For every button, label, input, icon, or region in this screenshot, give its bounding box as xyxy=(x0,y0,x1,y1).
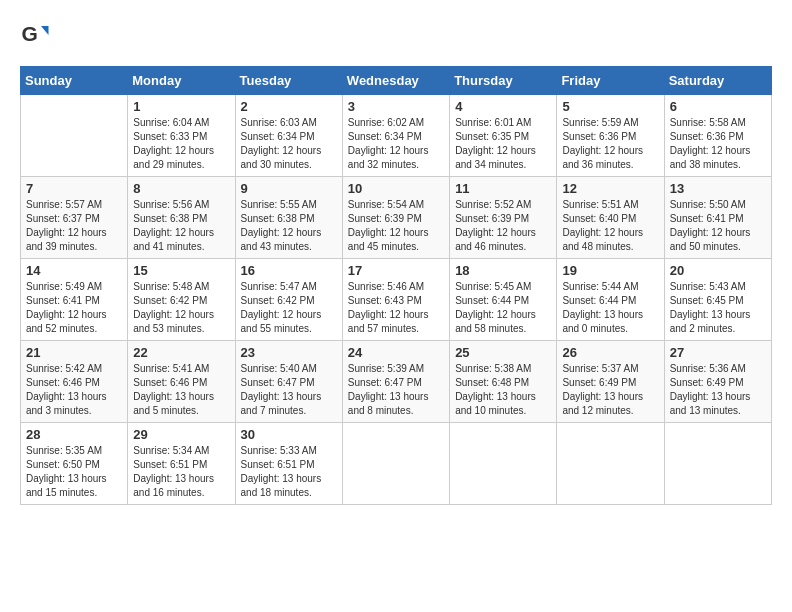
day-number: 9 xyxy=(241,181,337,196)
day-info: Sunrise: 5:50 AM Sunset: 6:41 PM Dayligh… xyxy=(670,198,766,254)
calendar-week-row: 1Sunrise: 6:04 AM Sunset: 6:33 PM Daylig… xyxy=(21,95,772,177)
day-number: 16 xyxy=(241,263,337,278)
day-number: 10 xyxy=(348,181,444,196)
header: G xyxy=(20,20,772,50)
day-number: 29 xyxy=(133,427,229,442)
column-header-monday: Monday xyxy=(128,67,235,95)
calendar-cell: 28Sunrise: 5:35 AM Sunset: 6:50 PM Dayli… xyxy=(21,423,128,505)
day-info: Sunrise: 5:52 AM Sunset: 6:39 PM Dayligh… xyxy=(455,198,551,254)
logo-icon: G xyxy=(20,20,50,50)
logo: G xyxy=(20,20,52,50)
calendar-cell xyxy=(557,423,664,505)
calendar-cell: 30Sunrise: 5:33 AM Sunset: 6:51 PM Dayli… xyxy=(235,423,342,505)
calendar-cell: 16Sunrise: 5:47 AM Sunset: 6:42 PM Dayli… xyxy=(235,259,342,341)
calendar-header-row: SundayMondayTuesdayWednesdayThursdayFrid… xyxy=(21,67,772,95)
calendar-cell: 21Sunrise: 5:42 AM Sunset: 6:46 PM Dayli… xyxy=(21,341,128,423)
calendar-cell: 1Sunrise: 6:04 AM Sunset: 6:33 PM Daylig… xyxy=(128,95,235,177)
day-info: Sunrise: 5:46 AM Sunset: 6:43 PM Dayligh… xyxy=(348,280,444,336)
calendar-cell: 17Sunrise: 5:46 AM Sunset: 6:43 PM Dayli… xyxy=(342,259,449,341)
calendar-cell: 3Sunrise: 6:02 AM Sunset: 6:34 PM Daylig… xyxy=(342,95,449,177)
calendar-cell: 9Sunrise: 5:55 AM Sunset: 6:38 PM Daylig… xyxy=(235,177,342,259)
day-number: 15 xyxy=(133,263,229,278)
calendar-cell: 18Sunrise: 5:45 AM Sunset: 6:44 PM Dayli… xyxy=(450,259,557,341)
day-number: 25 xyxy=(455,345,551,360)
calendar-cell: 11Sunrise: 5:52 AM Sunset: 6:39 PM Dayli… xyxy=(450,177,557,259)
day-number: 1 xyxy=(133,99,229,114)
calendar-cell: 15Sunrise: 5:48 AM Sunset: 6:42 PM Dayli… xyxy=(128,259,235,341)
day-number: 18 xyxy=(455,263,551,278)
day-info: Sunrise: 5:36 AM Sunset: 6:49 PM Dayligh… xyxy=(670,362,766,418)
day-info: Sunrise: 5:55 AM Sunset: 6:38 PM Dayligh… xyxy=(241,198,337,254)
calendar-cell: 7Sunrise: 5:57 AM Sunset: 6:37 PM Daylig… xyxy=(21,177,128,259)
calendar-week-row: 21Sunrise: 5:42 AM Sunset: 6:46 PM Dayli… xyxy=(21,341,772,423)
day-number: 28 xyxy=(26,427,122,442)
day-number: 6 xyxy=(670,99,766,114)
calendar-cell: 8Sunrise: 5:56 AM Sunset: 6:38 PM Daylig… xyxy=(128,177,235,259)
day-number: 22 xyxy=(133,345,229,360)
day-number: 30 xyxy=(241,427,337,442)
calendar-cell: 12Sunrise: 5:51 AM Sunset: 6:40 PM Dayli… xyxy=(557,177,664,259)
calendar-cell xyxy=(21,95,128,177)
calendar-cell: 14Sunrise: 5:49 AM Sunset: 6:41 PM Dayli… xyxy=(21,259,128,341)
day-number: 20 xyxy=(670,263,766,278)
day-info: Sunrise: 5:40 AM Sunset: 6:47 PM Dayligh… xyxy=(241,362,337,418)
day-number: 17 xyxy=(348,263,444,278)
day-info: Sunrise: 5:54 AM Sunset: 6:39 PM Dayligh… xyxy=(348,198,444,254)
calendar-cell: 22Sunrise: 5:41 AM Sunset: 6:46 PM Dayli… xyxy=(128,341,235,423)
day-number: 11 xyxy=(455,181,551,196)
day-info: Sunrise: 5:34 AM Sunset: 6:51 PM Dayligh… xyxy=(133,444,229,500)
calendar-cell xyxy=(450,423,557,505)
calendar-cell: 13Sunrise: 5:50 AM Sunset: 6:41 PM Dayli… xyxy=(664,177,771,259)
day-info: Sunrise: 6:03 AM Sunset: 6:34 PM Dayligh… xyxy=(241,116,337,172)
calendar-cell: 6Sunrise: 5:58 AM Sunset: 6:36 PM Daylig… xyxy=(664,95,771,177)
day-info: Sunrise: 5:49 AM Sunset: 6:41 PM Dayligh… xyxy=(26,280,122,336)
day-info: Sunrise: 5:43 AM Sunset: 6:45 PM Dayligh… xyxy=(670,280,766,336)
calendar-cell: 27Sunrise: 5:36 AM Sunset: 6:49 PM Dayli… xyxy=(664,341,771,423)
day-number: 2 xyxy=(241,99,337,114)
day-info: Sunrise: 5:57 AM Sunset: 6:37 PM Dayligh… xyxy=(26,198,122,254)
column-header-wednesday: Wednesday xyxy=(342,67,449,95)
day-info: Sunrise: 5:47 AM Sunset: 6:42 PM Dayligh… xyxy=(241,280,337,336)
calendar-cell: 5Sunrise: 5:59 AM Sunset: 6:36 PM Daylig… xyxy=(557,95,664,177)
calendar-body: 1Sunrise: 6:04 AM Sunset: 6:33 PM Daylig… xyxy=(21,95,772,505)
day-info: Sunrise: 6:04 AM Sunset: 6:33 PM Dayligh… xyxy=(133,116,229,172)
day-number: 27 xyxy=(670,345,766,360)
day-number: 14 xyxy=(26,263,122,278)
column-header-sunday: Sunday xyxy=(21,67,128,95)
day-info: Sunrise: 5:59 AM Sunset: 6:36 PM Dayligh… xyxy=(562,116,658,172)
day-info: Sunrise: 5:58 AM Sunset: 6:36 PM Dayligh… xyxy=(670,116,766,172)
day-number: 19 xyxy=(562,263,658,278)
svg-text:G: G xyxy=(22,22,38,45)
day-number: 12 xyxy=(562,181,658,196)
calendar-cell: 2Sunrise: 6:03 AM Sunset: 6:34 PM Daylig… xyxy=(235,95,342,177)
day-number: 21 xyxy=(26,345,122,360)
day-info: Sunrise: 5:56 AM Sunset: 6:38 PM Dayligh… xyxy=(133,198,229,254)
day-info: Sunrise: 5:35 AM Sunset: 6:50 PM Dayligh… xyxy=(26,444,122,500)
calendar-cell: 10Sunrise: 5:54 AM Sunset: 6:39 PM Dayli… xyxy=(342,177,449,259)
column-header-friday: Friday xyxy=(557,67,664,95)
column-header-thursday: Thursday xyxy=(450,67,557,95)
calendar-cell xyxy=(664,423,771,505)
day-info: Sunrise: 5:37 AM Sunset: 6:49 PM Dayligh… xyxy=(562,362,658,418)
day-number: 13 xyxy=(670,181,766,196)
day-number: 5 xyxy=(562,99,658,114)
calendar-cell: 23Sunrise: 5:40 AM Sunset: 6:47 PM Dayli… xyxy=(235,341,342,423)
calendar-cell: 26Sunrise: 5:37 AM Sunset: 6:49 PM Dayli… xyxy=(557,341,664,423)
day-info: Sunrise: 5:44 AM Sunset: 6:44 PM Dayligh… xyxy=(562,280,658,336)
day-number: 24 xyxy=(348,345,444,360)
day-info: Sunrise: 5:48 AM Sunset: 6:42 PM Dayligh… xyxy=(133,280,229,336)
day-info: Sunrise: 5:45 AM Sunset: 6:44 PM Dayligh… xyxy=(455,280,551,336)
day-number: 7 xyxy=(26,181,122,196)
day-info: Sunrise: 5:42 AM Sunset: 6:46 PM Dayligh… xyxy=(26,362,122,418)
calendar-cell: 25Sunrise: 5:38 AM Sunset: 6:48 PM Dayli… xyxy=(450,341,557,423)
column-header-saturday: Saturday xyxy=(664,67,771,95)
calendar-cell: 29Sunrise: 5:34 AM Sunset: 6:51 PM Dayli… xyxy=(128,423,235,505)
day-number: 23 xyxy=(241,345,337,360)
calendar-week-row: 28Sunrise: 5:35 AM Sunset: 6:50 PM Dayli… xyxy=(21,423,772,505)
day-info: Sunrise: 6:01 AM Sunset: 6:35 PM Dayligh… xyxy=(455,116,551,172)
column-header-tuesday: Tuesday xyxy=(235,67,342,95)
calendar-table: SundayMondayTuesdayWednesdayThursdayFrid… xyxy=(20,66,772,505)
calendar-cell: 20Sunrise: 5:43 AM Sunset: 6:45 PM Dayli… xyxy=(664,259,771,341)
day-info: Sunrise: 5:41 AM Sunset: 6:46 PM Dayligh… xyxy=(133,362,229,418)
day-info: Sunrise: 5:51 AM Sunset: 6:40 PM Dayligh… xyxy=(562,198,658,254)
